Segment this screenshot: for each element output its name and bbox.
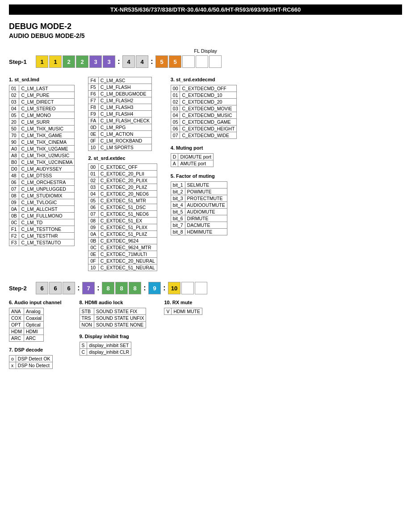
cell: 7 [82,282,95,294]
table-row: 04C_LM_STEREO [9,105,75,112]
table-cell-value: C_LM_FLASH4 [98,111,151,117]
table-row: bit_2POWMUTE [171,189,227,195]
table-cell-code: F7 [88,97,98,104]
table-cell-value: DIGMUTE port [178,154,213,160]
section89-block: 8. HDMI audio lock STBSOUND STATE FIXTRS… [80,300,147,369]
table-row: 10C_EXTDEC_51_NEURAL [88,264,157,271]
table-cell-code: 03 [171,105,180,112]
table-cell-value: C_LM_ROCKBAND [98,138,151,144]
cell [181,282,194,294]
table-cell-code: bit_8 [171,229,185,235]
table-cell-value: C_EXTDEC_20_PLII [98,171,157,177]
table-row: F1C_LM_TESTTONE [9,226,75,233]
table-cell-code: bit_1 [171,182,185,189]
table-row: VHDMI MUTE [164,308,202,315]
table-cell-value: SOUND STATE NONE [94,322,146,328]
table-row: Cdisplay_inhibit CLR [80,349,131,356]
section9-title: 9. Display inhibit frag [80,334,147,339]
table-row: DDIGMUTE port [171,154,213,160]
table-cell-value: C_LM_TVLOGIC [19,199,75,206]
table-row: 03C_EXTDECMD_MOVIE [171,105,237,112]
table-row: F3C_LM_TESTAUTO [9,239,75,246]
table-cell-value: C_EXTDECMD_MOVIE [180,105,237,112]
table-cell-value: ARC [24,335,43,342]
table-cell-value: C_LM_SURR [19,119,75,126]
table-row: 0FC_LM_ROCKBAND [88,138,152,144]
table-cell-value: C_EXTDEC_9624 [98,238,157,244]
table-row: 0EC_LM_ACTION [88,131,152,138]
cell: 1 [36,55,48,68]
table-cell-value: C_LM_DEBUGMODE [98,91,151,97]
table-row: F2C_LM_TESTTHR [9,233,75,239]
table-cell-code: 04 [171,112,180,119]
cell: 8 [129,282,141,294]
table-row: 04C_EXTDEC_20_NEO6 [88,191,157,197]
table-cell-code: 10 [88,264,98,271]
table-cell-value: C_EXTDEC_20_NEO6 [98,191,157,197]
table-cell-value: C_LM_DIRECT [19,99,75,105]
step2-cells: 666:7:888:9:10 [36,282,207,294]
cell: : [76,284,81,292]
table-row: 06C_EXTDEC_51_DSC [88,204,157,211]
table-row: 0BC_LM_FULLMONO [9,213,75,219]
table-row: bit_1SELMUTE [171,182,227,189]
table-row: 03C_EXTDEC_20_PLIIZ [88,184,157,191]
cell: : [116,58,122,66]
table-row: 0BC_EXTDEC_9624 [88,238,157,244]
table-cell-value: C_EXTDECMD_20 [180,99,237,105]
table-row: bit_7DACMUTE [171,222,227,229]
table-row: NONSOUND STATE NONE [80,322,146,328]
table-cell-value: SOUND STATE UNFIX [94,315,146,322]
table-cell-code: 0C [88,244,98,251]
table-cell-code: 06 [9,179,19,186]
table-cell-code: 03 [9,99,19,105]
table-cell-code: F9 [88,111,98,117]
table-cell-value: POWMUTE [185,189,227,195]
table-cell-value: C_LM_FULLMONO [19,213,75,219]
table-cell-value: C_LM_TESTAUTO [19,239,75,246]
table-cell-value: C_LM_THX_U2MUSIC [19,152,75,159]
table-cell-code: ARC [9,335,24,342]
table-cell-code: S [80,342,87,349]
table-cell-value: C_EXTDEC_20_PLIIX [98,177,157,184]
cell: 2 [76,55,88,68]
table-row: F4C_LM_ASC [88,77,152,84]
table-cell-code: bit_2 [171,189,185,195]
table-cell-code: V [164,308,172,315]
table-cell-code: HDM [9,328,24,335]
table-cell-value: C_LM_ACTION [98,131,151,138]
table-cell-value: C_EXTDEC_51_PLIIX [98,224,157,231]
section1-table: 01C_LM_LAST02C_LM_PURE03C_LM_DIRECT04C_L… [9,85,75,246]
table-cell-code: 04 [9,105,19,112]
table-cell-value: C_LM_THX_GAME [19,132,75,139]
table-cell-code: 0A [9,206,19,213]
table-cell-code: OPT [9,322,24,328]
section2-title: 2. st_srd.extdec [88,155,157,161]
table-row: 09C_LM_TVLOGIC [9,199,75,206]
table-cell-code: 04 [88,191,98,197]
table-cell-value: C_EXTDEC_51_MTR [98,197,157,204]
table-cell-value: C_LM_ALLCHST [19,206,75,213]
header-title: TX-NR535/636/737/838/DTR-30.6/40.6/50.6/… [9,4,402,15]
table-row: 90C_LM_THX_CINEMA [9,139,75,146]
table-cell-code: o [9,356,16,362]
table-row: 0EC_EXTDEC_71MULTI [88,251,157,258]
cell: 6 [63,282,75,294]
table-cell-code: 48 [9,172,19,179]
table-row: 06C_EXTDECMD_HEIGHT [171,126,237,132]
section7-title: 7. DSP decode [9,347,62,352]
table-row: 01C_EXTDECMD_10 [171,92,237,99]
table-cell-code: A [171,160,178,167]
table-row: D0C_LM_AUDYSSEY [9,166,75,172]
table-cell-value: C_LM_STUDIOMIX [19,193,75,199]
table-cell-code: 0F [88,138,98,144]
table-cell-value: C_EXTDECMD_10 [180,92,237,99]
section4-table: DDIGMUTE portAAMUTE port [171,153,214,167]
table-cell-code: TRS [80,315,94,322]
table-row: 04C_EXTDECMD_MUSIC [171,112,237,119]
table-cell-code: D [171,154,178,160]
table-row: 0CC_EXTDEC_9624_MTR [88,244,157,251]
cell [182,55,195,68]
table-cell-code: NON [80,322,94,328]
table-row: bit_6DIRMUTE [171,215,227,222]
